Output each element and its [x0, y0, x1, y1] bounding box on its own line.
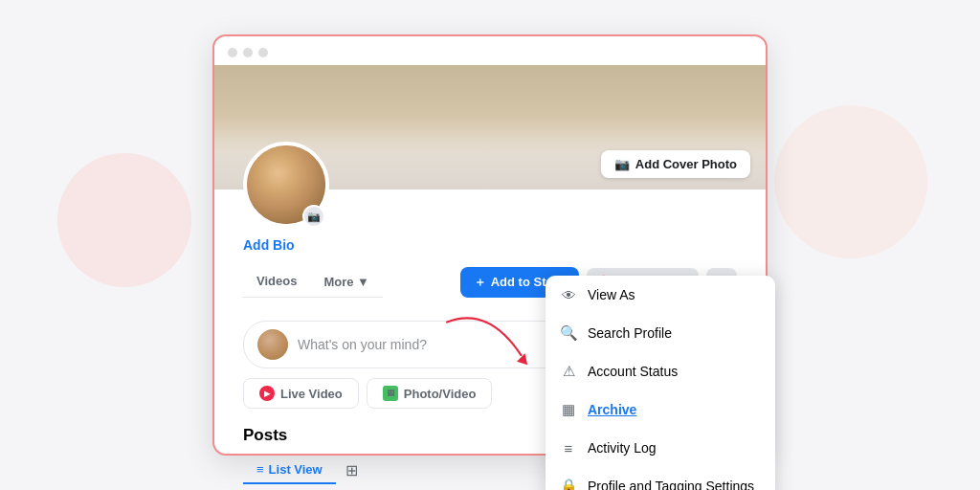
- dropdown-activity-log[interactable]: ≡ Activity Log: [546, 429, 775, 467]
- traffic-light-green: [258, 48, 268, 57]
- camera-icon: 📷: [614, 157, 630, 171]
- activity-log-icon: ≡: [559, 438, 578, 457]
- view-as-label: View As: [588, 287, 635, 302]
- dropdown-menu: 👁 View As 🔍 Search Profile ⚠ Account Sta…: [546, 276, 775, 490]
- bg-decoration-right: [774, 105, 927, 258]
- view-as-icon: 👁: [559, 285, 578, 304]
- archive-label: Archive: [588, 402, 636, 417]
- browser-window: 📷 📷 Add Cover Photo Add Bio Videos More …: [212, 34, 768, 456]
- nav-item-videos[interactable]: Videos: [243, 266, 310, 298]
- dropdown-search-profile[interactable]: 🔍 Search Profile: [546, 314, 775, 352]
- grid-view-button[interactable]: ⊞: [336, 456, 368, 485]
- dropdown-account-status[interactable]: ⚠ Account Status: [546, 352, 775, 390]
- photo-video-label: Photo/Video: [404, 387, 477, 401]
- dropdown-profile-tagging[interactable]: 🔒 Profile and Tagging Settings: [546, 467, 775, 490]
- search-profile-icon: 🔍: [559, 323, 578, 343]
- cover-photo-area: 📷 📷 Add Cover Photo: [214, 65, 766, 189]
- profile-tagging-icon: 🔒: [559, 477, 578, 490]
- live-video-button[interactable]: ▶ Live Video: [243, 378, 359, 409]
- dropdown-view-as[interactable]: 👁 View As: [546, 276, 775, 314]
- list-view-label: List View: [269, 462, 323, 477]
- traffic-light-red: [228, 48, 237, 57]
- add-bio-link[interactable]: Add Bio: [243, 237, 737, 253]
- account-status-label: Account Status: [588, 364, 678, 379]
- composer-avatar: [257, 329, 288, 360]
- activity-log-label: Activity Log: [588, 440, 657, 456]
- dropdown-archive[interactable]: ▦ Archive: [546, 390, 775, 429]
- profile-navigation: Videos More ▼: [243, 266, 383, 298]
- list-icon: ≡: [256, 462, 264, 477]
- profile-tagging-label: Profile and Tagging Settings: [588, 479, 754, 490]
- list-view-button[interactable]: ≡ List View: [243, 457, 336, 484]
- account-status-icon: ⚠: [559, 362, 578, 381]
- add-cover-photo-button[interactable]: 📷 Add Cover Photo: [601, 150, 750, 178]
- photo-icon: 🖼: [383, 386, 398, 401]
- archive-icon: ▦: [559, 400, 578, 419]
- photo-video-button[interactable]: 🖼 Photo/Video: [367, 378, 493, 409]
- traffic-light-yellow: [243, 48, 253, 57]
- search-profile-label: Search Profile: [588, 325, 672, 341]
- nav-item-more[interactable]: More ▼: [310, 267, 383, 297]
- bg-decoration-left: [57, 153, 191, 287]
- composer-placeholder: What's on your mind?: [298, 337, 427, 352]
- traffic-lights: [214, 36, 766, 65]
- plus-icon: ＋: [474, 274, 486, 291]
- live-video-label: Live Video: [280, 387, 343, 401]
- avatar-camera-button[interactable]: 📷: [302, 205, 325, 228]
- add-cover-photo-label: Add Cover Photo: [635, 157, 737, 171]
- live-icon: ▶: [259, 386, 275, 401]
- posts-title: Posts: [243, 426, 287, 445]
